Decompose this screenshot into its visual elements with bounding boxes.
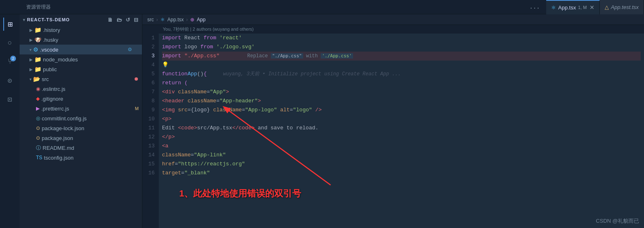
sidebar-item-gitignore[interactable]: ◆ .gitignore bbox=[20, 94, 142, 104]
file-label-prettierrc: .prettierrc.js bbox=[41, 106, 69, 112]
sidebar-item-prettierrc[interactable]: ▶ .prettierrc.js M bbox=[20, 104, 142, 113]
code-line-10: <p> bbox=[162, 115, 641, 124]
tab-app-test[interactable]: △ App.test.tsx bbox=[600, 0, 644, 14]
ln-14: 14 bbox=[142, 151, 159, 160]
gear-settings-icon: ⚙ bbox=[128, 47, 132, 52]
line-numbers: 1 2 3 4 5 6 7 8 9 10 11 12 13 14 15 16 bbox=[142, 34, 159, 228]
ln-16: 16 bbox=[142, 169, 159, 178]
ln-11: 11 bbox=[142, 124, 159, 133]
folder-label-nm: node_modules bbox=[43, 56, 78, 63]
code-line-8: <header className="App-header"> bbox=[162, 97, 641, 106]
sidebar: ▾ REACT-TS-DEMO 🗎 🗁 ↺ ⊟ ▶ 📁 .history bbox=[20, 14, 142, 228]
code-line-12: </p> bbox=[162, 133, 641, 142]
file-label-tsconfig: tsconfig.json bbox=[44, 155, 73, 161]
ln-2: 2 bbox=[142, 43, 159, 52]
activity-icon-extensions[interactable]: ⊡ bbox=[3, 93, 16, 106]
file-icon-git: ◆ bbox=[36, 96, 40, 102]
ln-9: 9 bbox=[142, 106, 159, 115]
git-blame-text: You, 7秒钟前 | 2 authors (wuyang and others… bbox=[163, 27, 254, 32]
folder-label: .history bbox=[43, 27, 60, 33]
folder-icon: 📁 bbox=[34, 27, 41, 33]
breadcrumb-sep1: › bbox=[156, 17, 158, 23]
sidebar-item-package[interactable]: ⊙ package.json bbox=[20, 133, 142, 143]
sidebar-item-node-modules[interactable]: ▶ 📁 node_modules bbox=[20, 54, 142, 64]
sidebar-item-public[interactable]: ▶ 📁 public bbox=[20, 64, 142, 74]
ln-1: 1 bbox=[142, 34, 159, 43]
title-bar: 资源管理器 ... ⚛ App.tsx 1, M ✕ △ App.test.ts… bbox=[0, 0, 644, 14]
activity-icon-git[interactable]: ⑂ 2 bbox=[3, 55, 16, 68]
tab-close-app-tsx[interactable]: ✕ bbox=[590, 4, 594, 11]
git-blame-header: You, 7秒钟前 | 2 authors (wuyang and others… bbox=[142, 25, 644, 34]
folder-label-src: src bbox=[42, 76, 49, 82]
sidebar-item-husky[interactable]: ▶ 🐶 .husky bbox=[20, 35, 142, 45]
folder-icon-vscode: ⚙ bbox=[33, 46, 38, 53]
folder-icon-pub: 📁 bbox=[34, 66, 41, 72]
sidebar-item-src[interactable]: ▾ 📂 src bbox=[20, 74, 142, 84]
new-file-icon[interactable]: 🗎 bbox=[108, 17, 113, 23]
sidebar-item-eslintrc[interactable]: ◉ .eslintrc.js bbox=[20, 84, 142, 94]
more-icon[interactable]: ... bbox=[529, 4, 546, 10]
sidebar-header-icons: 🗎 🗁 ↺ ⊟ bbox=[108, 17, 139, 23]
breadcrumb-icon-fn: ⊕ bbox=[190, 17, 194, 23]
breadcrumb-src: src bbox=[147, 17, 154, 23]
activity-bar: ⊞ ○ ⑂ 2 ⊙ ⊡ bbox=[0, 14, 20, 228]
ln-4: 4 bbox=[142, 61, 159, 70]
breadcrumb-sep2: › bbox=[186, 17, 188, 23]
tab-app-tsx[interactable]: ⚛ App.tsx 1, M ✕ bbox=[546, 0, 600, 14]
tree-root-item[interactable]: ▾ REACT-TS-DEMO 🗎 🗁 ↺ ⊟ bbox=[20, 14, 142, 25]
folder-icon-husky: 🐶 bbox=[34, 36, 41, 43]
folder-chevron-vscode: ▾ bbox=[29, 47, 32, 52]
sidebar-item-tsconfig[interactable]: TS tsconfig.json bbox=[20, 153, 142, 163]
code-line-9: <img src={logo} className="App-logo" alt… bbox=[162, 106, 641, 115]
file-icon-pkg: ⊙ bbox=[36, 135, 40, 141]
tab-meta: 1, M bbox=[578, 5, 587, 10]
code-line-7: <div className="App"> bbox=[162, 88, 641, 97]
file-tree: ▾ REACT-TS-DEMO 🗎 🗁 ↺ ⊟ ▶ 📁 .history bbox=[20, 14, 142, 228]
sidebar-item-readme[interactable]: ⓘ README.md bbox=[20, 143, 142, 153]
folder-icon-src: 📂 bbox=[33, 76, 40, 82]
editor-area: src › ⚛ App.tsx › ⊕ App You, 7秒钟前 | 2 au… bbox=[142, 14, 644, 228]
extensions-icon: ⊡ bbox=[8, 95, 12, 104]
ln-5: 5 bbox=[142, 70, 159, 79]
file-label-commitlint: commitlint.config.js bbox=[42, 115, 87, 122]
code-line-4: 💡 bbox=[162, 61, 641, 70]
new-folder-icon[interactable]: 🗁 bbox=[117, 17, 122, 23]
breadcrumb-icon-tsx: ⚛ bbox=[160, 17, 165, 23]
activity-icon-search[interactable]: ○ bbox=[3, 36, 16, 50]
debug-icon: ⊙ bbox=[8, 76, 12, 85]
code-line-11: Edit <code>src/App.tsx</code> and save t… bbox=[162, 124, 641, 133]
folder-chevron-husky: ▶ bbox=[29, 38, 33, 42]
activity-icon-debug[interactable]: ⊙ bbox=[3, 74, 16, 87]
ln-15: 15 bbox=[142, 160, 159, 169]
folder-label-pub: public bbox=[43, 66, 57, 72]
code-line-13: <a bbox=[162, 142, 641, 151]
file-label-pkglock: package-lock.json bbox=[42, 125, 84, 131]
collapse-icon[interactable]: ⊟ bbox=[134, 17, 139, 23]
tab-bar: ⚛ App.tsx 1, M ✕ △ App.test.tsx bbox=[546, 0, 644, 14]
refresh-icon[interactable]: ↺ bbox=[126, 17, 131, 23]
sidebar-item-package-lock[interactable]: ⊙ package-lock.json bbox=[20, 123, 142, 133]
file-label-eslintrc: .eslintrc.js bbox=[42, 86, 65, 92]
sidebar-item-commitlint[interactable]: ◎ commitlint.config.js bbox=[20, 113, 142, 123]
activity-icon-explorer[interactable]: ⊞ bbox=[3, 18, 16, 31]
tsx-icon: ⚛ bbox=[551, 5, 556, 11]
file-icon-eslint: ◉ bbox=[36, 86, 40, 92]
sidebar-item-vscode[interactable]: ▾ ⚙ .vscode ⚙ bbox=[20, 45, 142, 54]
file-label-gitignore: .gitignore bbox=[41, 96, 63, 102]
file-icon-readme: ⓘ bbox=[36, 144, 41, 151]
watermark: CSDN @礼貌而已 bbox=[596, 217, 639, 225]
folder-label-husky: .husky bbox=[43, 37, 59, 43]
folder-label-vscode: .vscode bbox=[40, 47, 59, 53]
ln-6: 6 bbox=[142, 79, 159, 88]
folder-chevron-src: ▾ bbox=[29, 77, 32, 81]
sidebar-item-history[interactable]: ▶ 📁 .history bbox=[20, 25, 142, 35]
breadcrumb-file: App.tsx bbox=[167, 17, 184, 23]
tab-label-app-test: App.test.tsx bbox=[611, 4, 639, 10]
tab-label-app-tsx: App.tsx bbox=[558, 5, 576, 11]
code-line-15: href="https://reactjs.org" bbox=[162, 160, 641, 169]
code-lines[interactable]: import React from 'react' import logo fr… bbox=[159, 34, 644, 228]
folder-chevron: ▶ bbox=[29, 28, 33, 32]
code-line-2: import logo from './logo.svg' bbox=[162, 43, 641, 52]
code-editor[interactable]: 1 2 3 4 5 6 7 8 9 10 11 12 13 14 15 16 bbox=[142, 34, 644, 228]
ln-8: 8 bbox=[142, 97, 159, 106]
